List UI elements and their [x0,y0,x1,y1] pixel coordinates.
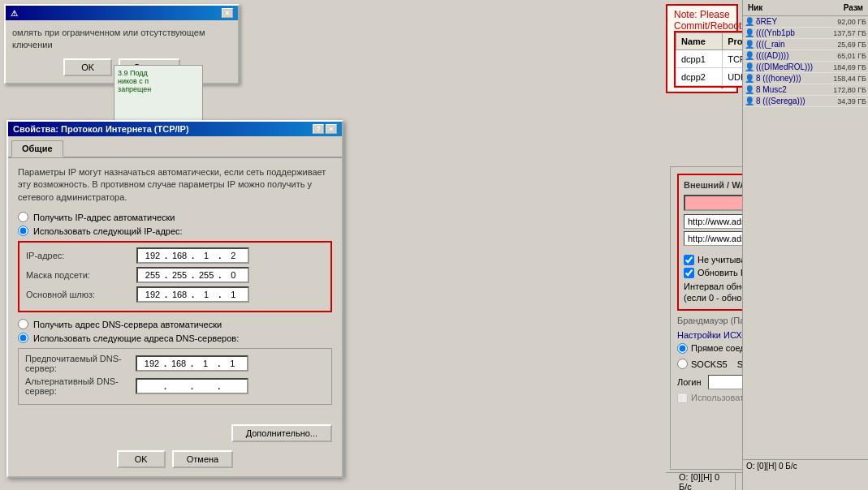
dialog-titlebar: Свойства: Протокол Интернета (TCP/IP) ? … [8,122,342,136]
radio-auto-ip-label: Получить IP-адрес автоматически [33,213,175,222]
adns-seg-a[interactable] [140,381,163,391]
user-name: 8 Musc2 [756,85,831,94]
ip-seg-a[interactable] [141,251,164,260]
preferred-dns-input[interactable]: . . . [136,355,248,372]
dialog-body: Параметры IP могут назначаться автоматич… [8,158,342,419]
tab-general[interactable]: Общие [11,140,63,157]
warning-ok-btn[interactable]: OK [63,58,112,76]
adns-seg-d[interactable] [221,381,244,391]
pdns-seg-d[interactable] [221,359,244,368]
radio-auto-dns-label: Получить адрес DNS-сервера автоматически [33,320,222,329]
radio-manual-dns[interactable]: Использовать следующие адреса DNS-сервер… [18,333,332,343]
user-icon: 👤 [745,62,754,71]
list-item[interactable]: 👤 ((((Ynb1pb 137,57 ГБ [743,28,868,39]
mask-seg-c[interactable] [195,270,218,280]
radio-auto-dns[interactable]: Получить адрес DNS-сервера автоматически [18,319,332,329]
warning-close-btn[interactable]: × [222,8,233,18]
thumbnail-line2: ников с п [118,77,199,85]
user-size: 184,69 ГБ [833,63,866,71]
status-storage: O: [0][H] 0 Б/с [672,472,736,491]
user-name: 8 (((Serega))) [756,97,836,105]
alternate-dns-label: Альтернативный DNS-сервер: [25,376,131,396]
row2-name: dcpp2 [676,68,723,86]
radio-manual-ip-input[interactable] [18,226,28,236]
mask-seg-b[interactable] [168,270,191,280]
login-label: Логин [677,377,702,387]
bottom-status: O: [0][H] 0 Б/с [666,472,742,490]
thumbnail-content: 3.9 Подд ников с п запрещен [114,66,202,97]
radio-group-ip: Получить IP-адрес автоматически Использо… [18,212,332,236]
user-icon: 👤 [745,28,754,37]
gateway-row: Основной шлюз: . . . [26,286,324,303]
dns-fields-group: Предпочитаемый DNS-сервер: . . . Альтерн… [18,348,332,405]
gateway-seg-b[interactable] [168,290,191,299]
col-name: Name [676,33,723,50]
ip-input[interactable]: . . . [136,247,249,264]
dialog-ok-btn[interactable]: OK [117,450,166,468]
thumbnail-area: 3.9 Подд ников с п запрещен [114,65,203,126]
thumbnail-line3: запрещен [118,85,199,93]
radio-group-dns: Получить адрес DNS-сервера автоматически… [18,319,332,343]
check2-input[interactable] [684,268,694,278]
list-item[interactable]: 👤 ((((AD)))) 65,01 ГБ [743,50,868,62]
user-name: ((((_rain [756,40,836,49]
adns-seg-c[interactable] [194,381,217,391]
user-size: 25,69 ГБ [837,41,866,49]
gateway-seg-a[interactable] [141,290,164,299]
user-list: 👤 δREY 92,00 ГБ 👤 ((((Ynb1pb 137,57 ГБ 👤… [743,16,868,107]
dialog-tabs: Общие [8,136,342,158]
user-size: 65,01 ГБ [837,52,866,60]
gateway-seg-d[interactable] [222,290,244,299]
radio-auto-ip[interactable]: Получить IP-адрес автоматически [18,212,332,222]
user-icon: 👤 [745,17,754,26]
tcpip-dialog: Свойства: Протокол Интернета (TCP/IP) ? … [6,120,343,478]
gateway-seg-c[interactable] [195,290,218,299]
list-item[interactable]: 👤 8 Musc2 172,80 ГБ [743,84,868,96]
alternate-dns-row: Альтернативный DNS-сервер: . . . [25,376,325,396]
additional-btn[interactable]: Дополнительно... [231,424,332,442]
gateway-input[interactable]: . . . [136,286,249,303]
list-item[interactable]: 👤 δREY 92,00 ГБ [743,16,868,28]
ip-seg-b[interactable] [168,251,191,260]
pdns-seg-b[interactable] [167,359,190,368]
ip-seg-d[interactable] [222,251,244,260]
radio-direct-input[interactable] [677,343,688,354]
mask-input[interactable]: . . . [136,267,249,283]
preferred-dns-label: Предпочитаемый DNS-сервер: [25,354,131,373]
mask-seg-a[interactable] [141,270,164,280]
radio-manual-ip[interactable]: Использовать следующий IP-адрес: [18,226,332,236]
alternate-dns-input[interactable]: . . . [136,378,248,394]
list-item[interactable]: 👤 8 (((honey))) 158,44 ГБ [743,73,868,84]
adns-seg-b[interactable] [167,381,190,391]
warning-titlebar: ⚠ × [6,6,238,20]
radio-manual-dns-input[interactable] [18,333,28,343]
row1-name: dcpp1 [676,50,723,68]
mask-row: Маска подсети: . . . [26,267,324,283]
radio-socks-input[interactable] [677,359,688,369]
right-sidebar: Ник Разм 👤 δREY 92,00 ГБ 👤 ((((Ynb1pb 13… [742,0,868,490]
list-item[interactable]: 👤 8 (((Serega))) 34,39 ГБ [743,96,868,107]
check1-input[interactable] [684,255,694,265]
radio-auto-dns-input[interactable] [18,319,28,329]
list-item[interactable]: 👤 (((DIMedROL))) 184,69 ГБ [743,62,868,73]
radio-manual-ip-label: Использовать следующий IP-адрес: [33,226,183,236]
mask-seg-d[interactable] [222,270,244,280]
dialog-close-btn[interactable]: × [326,124,337,134]
pdns-seg-a[interactable] [140,359,163,368]
dialog-footer: Дополнительно... [8,419,342,450]
user-name: (((DIMedROL))) [756,62,831,71]
ip-seg-c[interactable] [195,251,218,260]
sidebar-storage-row: O: [0][H] 0 Б/с [746,462,865,471]
socks-checkbox-input[interactable] [677,393,688,403]
pdns-seg-c[interactable] [194,359,217,368]
radio-auto-ip-input[interactable] [18,212,28,222]
user-size: 172,80 ГБ [833,86,866,94]
user-icon: 👤 [745,40,754,49]
mask-label: Маска подсети: [26,270,132,280]
thumbnail-line1: 3.9 Подд [118,69,199,77]
dialog-help-btn[interactable]: ? [313,124,324,134]
warning-title: ⚠ [11,9,18,18]
list-item[interactable]: 👤 ((((_rain 25,69 ГБ [743,39,868,50]
sidebar-storage: O: [0][H] 0 Б/с [746,462,797,471]
dialog-cancel-btn[interactable]: Отмена [172,450,233,468]
